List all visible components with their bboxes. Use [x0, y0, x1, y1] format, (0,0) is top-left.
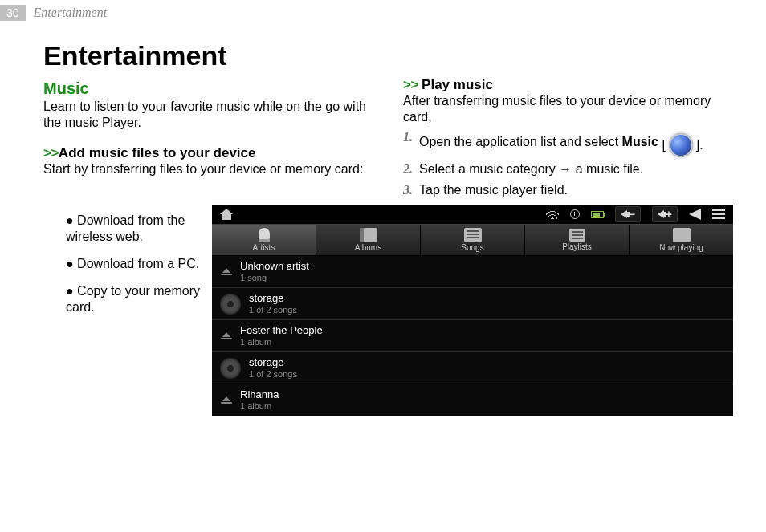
play-music-paragraph: After transferring music files to your d…: [403, 93, 739, 125]
page-number: 30: [0, 5, 26, 21]
artist-subtitle: 1 album: [240, 337, 323, 347]
artist-subtitle: 1 of 2 songs: [249, 369, 297, 380]
tab-artists-label: Artists: [253, 243, 275, 252]
list-item[interactable]: storage 1 of 2 songs: [212, 352, 733, 384]
play-step-2: Select a music category → a music file.: [403, 160, 739, 178]
speaker-icon: [658, 210, 664, 218]
bullet-wireless-web: Download from the wireless web.: [63, 213, 204, 245]
tab-songs[interactable]: Songs: [421, 225, 525, 255]
volume-up-button[interactable]: +: [652, 206, 678, 222]
menu-lines-icon[interactable]: [712, 209, 725, 219]
device-screenshot: − + Artists Albums: [212, 205, 733, 416]
list-item[interactable]: storage 1 of 2 songs: [212, 288, 733, 320]
play-step-1: Open the application list and select Mus…: [403, 128, 739, 157]
playlists-icon: [569, 229, 585, 242]
play-step-1-music-label: Music: [622, 135, 658, 148]
play-steps: Open the application list and select Mus…: [403, 128, 739, 198]
expand-handle-icon[interactable]: [220, 266, 232, 278]
back-icon[interactable]: [689, 209, 701, 220]
play-step-3: Tap the music player field.: [403, 181, 739, 199]
play-music-title: Play music: [422, 77, 493, 92]
add-files-bullets: Download from the wireless web. Download…: [43, 213, 204, 315]
play-music-chevrons: >>: [403, 77, 422, 92]
songs-icon: [464, 228, 482, 242]
tab-now-playing[interactable]: Now playing: [630, 225, 733, 255]
tab-artists[interactable]: Artists: [212, 225, 316, 255]
list-item[interactable]: Rihanna 1 album: [212, 384, 733, 416]
add-files-paragraph: Start by transferring files to your devi…: [43, 161, 379, 177]
tab-playlists[interactable]: Playlists: [525, 225, 630, 255]
page-header: 30 Entertainment: [0, 0, 766, 26]
speaker-icon: [621, 210, 627, 218]
home-icon[interactable]: [220, 209, 233, 220]
bullet-copy-sdcard: Copy to your memory card.: [63, 283, 204, 315]
artist-title: Rihanna: [240, 389, 279, 401]
list-item[interactable]: Foster the People 1 album: [212, 320, 733, 352]
music-app-icon: [669, 133, 693, 157]
add-files-chevrons: >>: [43, 145, 59, 160]
bullet-download-pc: Download from a PC.: [63, 256, 204, 272]
device-artist-list: Unknown artist 1 song storage 1 of 2 son…: [212, 256, 733, 416]
tab-songs-label: Songs: [461, 243, 483, 252]
device-status-bar: − +: [212, 205, 733, 224]
album-disc-icon: [220, 294, 241, 315]
music-heading: Music: [43, 79, 379, 98]
music-paragraph: Learn to listen to your favorite music w…: [43, 99, 379, 131]
artist-title: storage: [249, 293, 297, 305]
expand-handle-icon[interactable]: [220, 395, 232, 406]
tab-playlists-label: Playlists: [562, 242, 592, 251]
artist-title: storage: [249, 357, 297, 369]
artist-subtitle: 1 album: [240, 401, 279, 412]
battery-icon: [591, 211, 604, 218]
artists-icon: [259, 228, 270, 242]
now-playing-icon: [673, 228, 691, 242]
tab-albums[interactable]: Albums: [316, 225, 421, 255]
vol-up-label: +: [666, 208, 672, 221]
volume-down-button[interactable]: −: [615, 206, 641, 222]
play-music-heading: >> Play music: [403, 77, 739, 93]
header-section-name: Entertainment: [34, 6, 108, 20]
wifi-icon: [546, 209, 559, 219]
device-tabs: Artists Albums Songs Playlists Now playi…: [212, 224, 733, 256]
add-files-title: Add music files to your device: [59, 145, 256, 160]
vol-down-label: −: [629, 208, 635, 221]
list-item[interactable]: Unknown artist 1 song: [212, 256, 733, 288]
play-step-1-text: Open the application list and select: [419, 135, 622, 148]
add-files-heading: >>Add music files to your device: [43, 145, 379, 161]
tab-albums-label: Albums: [355, 243, 381, 252]
page-title: Entertainment: [43, 40, 379, 71]
expand-handle-icon[interactable]: [220, 331, 232, 342]
artist-subtitle: 1 of 2 songs: [249, 305, 297, 315]
clock-icon: [570, 209, 580, 219]
bracket-close: ].: [696, 136, 703, 154]
artist-subtitle: 1 song: [240, 273, 309, 283]
artist-title: Foster the People: [240, 325, 323, 337]
album-disc-icon: [220, 358, 241, 379]
albums-icon: [360, 228, 377, 242]
bracket-open: [: [662, 136, 665, 154]
artist-title: Unknown artist: [240, 261, 309, 273]
tab-now-playing-label: Now playing: [659, 243, 703, 252]
